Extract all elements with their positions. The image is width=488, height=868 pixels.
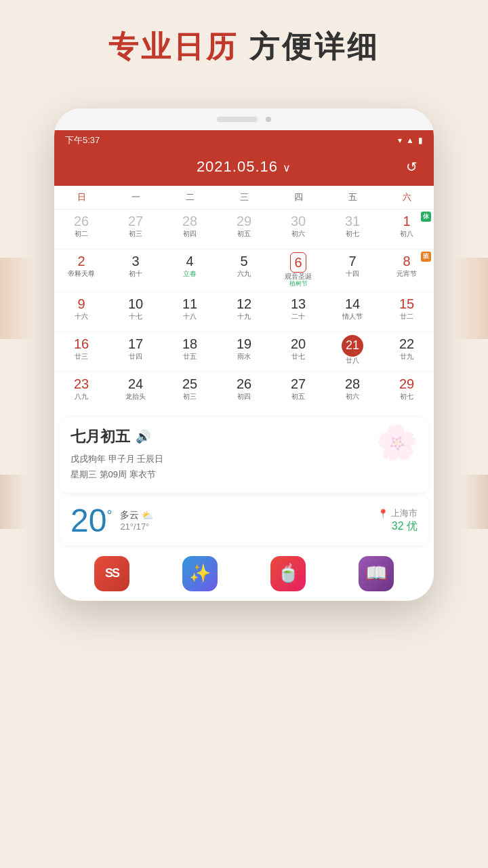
day-cell-27[interactable]: 27初五 xyxy=(271,372,325,412)
day-lunar-20: 廿七 xyxy=(272,353,324,361)
day-cell-13[interactable]: 13二十 xyxy=(271,292,325,332)
day-lunar-8: 元宵节 xyxy=(381,270,432,278)
day-lunar-23: 八九 xyxy=(56,393,107,401)
day-cell-29[interactable]: 29初五 xyxy=(217,210,271,249)
weather-panel: 20° 多云 ⛅ 21°/17° 📍 上海市 32 优 xyxy=(60,496,428,545)
info-panel: 🌸 七月初五 🔊 戊戌狗年 甲子月 壬辰日 星期三 第09周 寒衣节 xyxy=(60,417,428,492)
day-lunar-1: 初八 xyxy=(381,230,432,238)
day-cell-20[interactable]: 20廿七 xyxy=(271,332,325,372)
day-cell-10[interactable]: 10十七 xyxy=(108,292,163,332)
weather-quality: 32 优 xyxy=(378,519,418,534)
refresh-button[interactable]: ↺ xyxy=(401,156,423,178)
status-bar: 下午5:37 ▾ ▲ ▮ xyxy=(54,130,434,151)
day-lunar-15: 廿二 xyxy=(381,313,432,321)
info-details: 戊戌狗年 甲子月 壬辰日 星期三 第09周 寒衣节 xyxy=(70,451,418,483)
status-icons: ▾ ▲ ▮ xyxy=(398,136,423,145)
day-lunar-27: 初三 xyxy=(110,230,161,238)
day-cell-17[interactable]: 17廿四 xyxy=(108,332,163,372)
day-lunar-28: 初六 xyxy=(327,393,378,401)
day-lunar-9: 十六 xyxy=(56,313,107,321)
day-cell-2[interactable]: 2帝释天尊 xyxy=(54,250,108,292)
nav-icon-app1[interactable]: SS xyxy=(94,556,129,591)
day-cell-16[interactable]: 16廿三 xyxy=(54,332,108,372)
wifi-icon: ▾ xyxy=(398,136,402,145)
phone-camera xyxy=(266,117,271,122)
dow-cell-五: 五 xyxy=(325,186,380,209)
phone-frame: 下午5:37 ▾ ▲ ▮ 2021.05.16 ∨ ↺ 日一二三四五六 26初二… xyxy=(54,108,434,601)
page-title: 专业日历 方便详细 xyxy=(0,0,488,81)
dow-cell-一: 一 xyxy=(108,186,163,209)
weather-city: 📍 上海市 xyxy=(378,507,418,519)
day-lunar-28: 初四 xyxy=(164,230,216,238)
day-cell-18[interactable]: 18廿五 xyxy=(163,332,217,372)
nav-icon-app2[interactable]: ✨ xyxy=(182,556,218,591)
day-cell-1[interactable]: 休1初八 xyxy=(380,210,434,249)
day-lunar-10: 十七 xyxy=(110,313,161,321)
day-cell-7[interactable]: 7十四 xyxy=(325,250,380,292)
day-cell-3[interactable]: 3初十 xyxy=(108,250,163,292)
day-lunar-4: 立春 xyxy=(164,270,216,278)
day-lunar-14: 情人节 xyxy=(327,313,378,321)
day-lunar-18: 廿五 xyxy=(164,353,216,361)
day-lunar-24: 龙抬头 xyxy=(110,393,161,401)
day-cell-24[interactable]: 24龙抬头 xyxy=(108,372,163,412)
status-time: 下午5:37 xyxy=(65,134,100,146)
info-line2: 星期三 第09周 寒衣节 xyxy=(70,467,418,482)
day-cell-11[interactable]: 11十八 xyxy=(163,292,217,332)
weather-left: 20° 多云 ⛅ 21°/17° xyxy=(70,505,153,537)
dow-cell-三: 三 xyxy=(217,186,271,209)
calendar-date-title[interactable]: 2021.05.16 ∨ xyxy=(197,158,291,176)
day-lunar-17: 廿四 xyxy=(110,353,161,361)
day-lunar-27: 初五 xyxy=(272,393,324,401)
phone-speaker xyxy=(217,117,258,122)
nav-icon-app3[interactable]: 🍵 xyxy=(270,556,306,591)
side-decor-right2 xyxy=(461,475,488,529)
weather-right: 📍 上海市 32 优 xyxy=(378,507,418,534)
day-lunar-16: 廿三 xyxy=(56,353,107,361)
day-cell-29[interactable]: 29初七 xyxy=(380,372,434,412)
day-cell-15[interactable]: 15廿二 xyxy=(380,292,434,332)
day-cell-19[interactable]: 19雨水 xyxy=(217,332,271,372)
weather-condition: 多云 ⛅ xyxy=(120,509,153,521)
bottom-nav: SS ✨ 🍵 📖 xyxy=(54,549,434,601)
plum-decor: 🌸 xyxy=(374,420,420,463)
day-lunar-29: 初七 xyxy=(381,393,432,401)
day-lunar-2: 帝释天尊 xyxy=(56,270,107,278)
day-cell-26[interactable]: 26初四 xyxy=(217,372,271,412)
day-cell-28[interactable]: 28初四 xyxy=(163,210,217,249)
nav-icon-app4[interactable]: 📖 xyxy=(359,556,394,591)
day-cell-21[interactable]: 21廿八 xyxy=(325,332,380,372)
day-cell-23[interactable]: 23八九 xyxy=(54,372,108,412)
day-cell-30[interactable]: 30初六 xyxy=(271,210,325,249)
day-cell-9[interactable]: 9十六 xyxy=(54,292,108,332)
dow-cell-四: 四 xyxy=(271,186,325,209)
lunar-date: 七月初五 xyxy=(70,427,130,447)
calendar-header: 2021.05.16 ∨ ↺ xyxy=(54,151,434,186)
sound-icon[interactable]: 🔊 xyxy=(136,429,150,444)
day-lunar-19: 雨水 xyxy=(218,353,270,361)
badge-8: 班 xyxy=(421,252,431,262)
day-cell-6[interactable]: 6 观音圣诞植树节 xyxy=(271,250,325,292)
day-lunar-26: 初二 xyxy=(56,230,107,238)
day-cell-28[interactable]: 28初六 xyxy=(325,372,380,412)
phone-top xyxy=(54,108,434,130)
day-cell-8[interactable]: 班8元宵节 xyxy=(380,250,434,292)
day-event-6: 植树节 xyxy=(272,281,324,288)
day-cell-27[interactable]: 27初三 xyxy=(108,210,163,249)
side-decor-left xyxy=(0,258,34,339)
day-cell-26[interactable]: 26初二 xyxy=(54,210,108,249)
day-lunar-11: 十八 xyxy=(164,313,216,321)
day-cell-4[interactable]: 4立春 xyxy=(163,250,217,292)
day-lunar-30: 初六 xyxy=(272,230,324,238)
day-lunar-31: 初七 xyxy=(327,230,378,238)
day-cell-14[interactable]: 14情人节 xyxy=(325,292,380,332)
day-cell-5[interactable]: 5六九 xyxy=(217,250,271,292)
day-cell-31[interactable]: 31初七 xyxy=(325,210,380,249)
day-lunar-12: 十九 xyxy=(218,313,270,321)
day-cell-12[interactable]: 12十九 xyxy=(217,292,271,332)
day-lunar-7: 十四 xyxy=(327,270,378,278)
dow-cell-六: 六 xyxy=(380,186,434,209)
day-cell-22[interactable]: 22廿九 xyxy=(380,332,434,372)
day-cell-25[interactable]: 25初三 xyxy=(163,372,217,412)
day-lunar-25: 初三 xyxy=(164,393,216,401)
